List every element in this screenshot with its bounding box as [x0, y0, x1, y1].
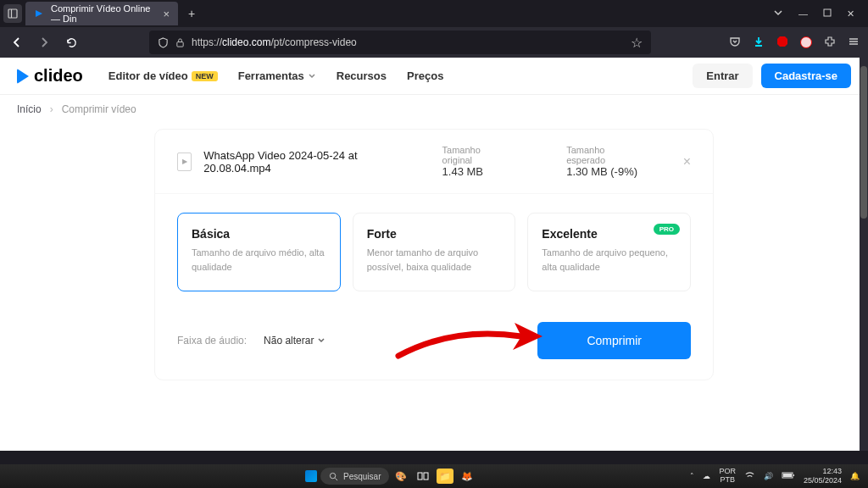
- adblock-icon[interactable]: [776, 36, 788, 50]
- svg-rect-9: [418, 473, 422, 480]
- nav-pricing[interactable]: Preços: [407, 69, 443, 82]
- tab-title: Comprimir Vídeo Online — Din: [51, 3, 156, 24]
- original-label: Tamanho original: [442, 145, 510, 165]
- taskbar-explorer-icon[interactable]: 📁: [437, 469, 453, 484]
- breadcrumb: Início › Comprimir vídeo: [0, 95, 868, 124]
- svg-marker-5: [777, 36, 787, 47]
- audio-select[interactable]: Não alterar: [264, 335, 326, 347]
- menu-icon[interactable]: [848, 36, 860, 50]
- forward-icon: [36, 36, 53, 49]
- svg-point-7: [330, 473, 335, 478]
- browser-tab[interactable]: Comprimir Vídeo Online — Din ×: [25, 2, 178, 25]
- remove-file-button[interactable]: ×: [683, 154, 691, 169]
- page-content: clideo Editor de vídeo NEW Ferramentas R…: [0, 58, 868, 451]
- minimize-icon[interactable]: —: [798, 8, 808, 19]
- address-bar[interactable]: https://clideo.com/pt/compress-video ☆: [149, 30, 651, 54]
- brand-text: clideo: [34, 66, 83, 86]
- taskbar-search[interactable]: Pesquisar: [320, 468, 389, 485]
- expected-label: Tamanho esperado: [566, 145, 643, 165]
- back-icon[interactable]: [8, 36, 25, 49]
- pro-badge: PRO: [654, 224, 680, 235]
- shield-icon[interactable]: [158, 37, 169, 48]
- tray-onedrive-icon[interactable]: ☁: [703, 472, 710, 480]
- svg-rect-0: [8, 9, 17, 18]
- svg-rect-12: [783, 474, 792, 477]
- chevron-down-icon: [317, 336, 326, 345]
- signup-button[interactable]: Cadastra-se: [761, 64, 851, 88]
- sidebar-toggle-icon[interactable]: [3, 4, 22, 23]
- file-row: ▶ WhatsApp Video 2024-05-24 at 20.08.04.…: [155, 130, 713, 194]
- downloads-icon[interactable]: [753, 36, 765, 50]
- taskbar-taskview-icon[interactable]: [415, 469, 431, 484]
- top-nav: clideo Editor de vídeo NEW Ferramentas R…: [0, 58, 868, 95]
- pocket-icon[interactable]: [729, 36, 741, 50]
- taskbar-clock[interactable]: 12:43 25/05/2024: [804, 467, 842, 485]
- chevron-down-icon: [308, 72, 316, 80]
- lock-icon[interactable]: [175, 38, 185, 47]
- maximize-icon[interactable]: [823, 8, 832, 19]
- svg-rect-4: [177, 42, 183, 47]
- close-icon[interactable]: ×: [163, 8, 170, 20]
- nav-editor[interactable]: Editor de vídeo NEW: [108, 69, 218, 82]
- file-name: WhatsApp Video 2024-05-24 at 20.08.04.mp…: [203, 149, 418, 175]
- tray-notification-icon[interactable]: 🔔: [850, 472, 860, 480]
- compress-card: ▶ WhatsApp Video 2024-05-24 at 20.08.04.…: [154, 129, 714, 380]
- breadcrumb-home[interactable]: Início: [17, 103, 42, 115]
- option-basic[interactable]: Básica Tamanho de arquivo médio, alta qu…: [177, 213, 341, 291]
- new-tab-button[interactable]: +: [181, 7, 202, 20]
- tab-favicon: [34, 8, 44, 19]
- close-window-icon[interactable]: ✕: [847, 8, 854, 19]
- bottom-row: Faixa de áudio: Não alterar Comprimir: [155, 298, 713, 359]
- file-icon: ▶: [177, 152, 192, 171]
- scrollbar[interactable]: [860, 58, 868, 451]
- new-badge: NEW: [192, 71, 218, 81]
- taskbar-firefox-icon[interactable]: 🦊: [459, 469, 476, 484]
- chevron-down-icon[interactable]: [773, 8, 783, 19]
- compression-options: Básica Tamanho de arquivo médio, alta qu…: [155, 194, 713, 298]
- nav-resources[interactable]: Recursos: [337, 69, 387, 82]
- svg-rect-3: [824, 9, 831, 16]
- language-indicator[interactable]: PORPTB: [719, 468, 736, 485]
- bookmark-icon[interactable]: ☆: [631, 35, 643, 51]
- search-icon: [329, 472, 338, 481]
- play-icon: [17, 69, 29, 84]
- tray-volume-icon[interactable]: 🔊: [764, 472, 773, 480]
- svg-rect-10: [424, 473, 428, 480]
- extensions-icon[interactable]: [824, 36, 836, 50]
- logo[interactable]: clideo: [17, 66, 83, 86]
- browser-toolbar: https://clideo.com/pt/compress-video ☆: [0, 27, 868, 58]
- url-text: https://clideo.com/pt/compress-video: [192, 36, 357, 48]
- noscript-icon[interactable]: [800, 36, 812, 48]
- start-button[interactable]: [305, 470, 317, 482]
- taskbar: Pesquisar 🎨 📁 🦊 ˄ ☁ PORPTB 🔊 12:43 25/05…: [0, 464, 868, 488]
- reload-icon[interactable]: [63, 36, 80, 49]
- svg-line-8: [335, 478, 337, 480]
- original-size: 1.43 MB: [442, 165, 510, 178]
- svg-rect-13: [793, 474, 794, 476]
- audio-label: Faixa de áudio:: [177, 335, 247, 347]
- browser-tab-strip: Comprimir Vídeo Online — Din × + — ✕: [0, 0, 868, 27]
- taskbar-copilot-icon[interactable]: 🎨: [392, 469, 409, 484]
- nav-tools[interactable]: Ferramentas: [238, 69, 316, 82]
- login-button[interactable]: Entrar: [693, 64, 752, 88]
- chevron-right-icon: ›: [50, 103, 53, 115]
- compress-button[interactable]: Comprimir: [537, 322, 691, 359]
- option-excellent[interactable]: PRO Excelente Tamanho de arquivo pequeno…: [527, 213, 691, 291]
- option-strong[interactable]: Forte Menor tamanho de arquivo possível,…: [353, 213, 516, 291]
- tray-wifi-icon[interactable]: [744, 470, 755, 483]
- breadcrumb-current: Comprimir vídeo: [62, 103, 136, 115]
- expected-size: 1.30 MB (-9%): [566, 165, 643, 178]
- tray-battery-icon[interactable]: [782, 471, 795, 481]
- tray-chevron-icon[interactable]: ˄: [690, 472, 694, 480]
- svg-marker-2: [36, 10, 42, 17]
